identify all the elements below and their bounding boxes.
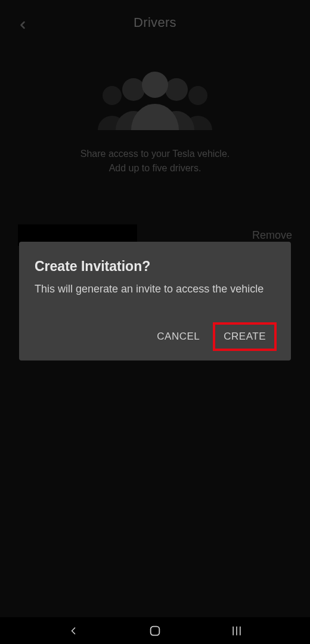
recent-apps-icon — [230, 625, 243, 637]
nav-home-button[interactable] — [147, 623, 163, 639]
dialog-body: This will generate an invite to access t… — [35, 282, 275, 296]
create-button[interactable]: CREATE — [214, 323, 275, 350]
create-invitation-dialog: Create Invitation? This will generate an… — [19, 242, 291, 360]
home-icon — [148, 624, 162, 637]
system-nav-bar — [0, 617, 310, 644]
nav-back-button[interactable] — [66, 623, 81, 639]
cancel-button[interactable]: CANCEL — [147, 323, 209, 350]
svg-rect-5 — [151, 626, 160, 635]
nav-recent-button[interactable] — [229, 623, 244, 639]
dialog-title: Create Invitation? — [35, 258, 275, 275]
chevron-left-icon — [67, 625, 79, 637]
dialog-actions: CANCEL CREATE — [35, 323, 275, 350]
